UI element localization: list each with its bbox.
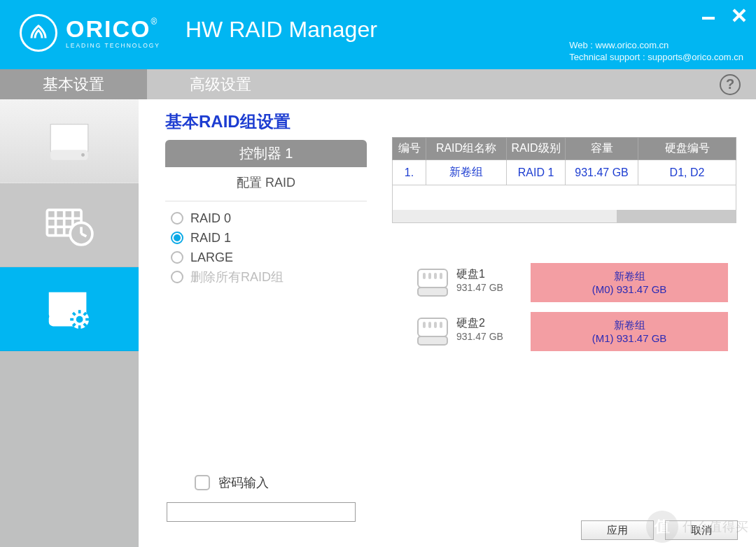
volume-name: 新卷组	[614, 319, 645, 332]
svg-rect-0	[702, 17, 715, 20]
svg-rect-28	[428, 273, 431, 279]
sidebar-item-disk[interactable]	[0, 99, 139, 183]
svg-point-16	[76, 315, 83, 322]
svg-line-21	[73, 313, 75, 315]
radio-icon	[171, 251, 183, 264]
cell-disks: D1, D2	[638, 160, 736, 185]
cell-capacity: 931.47 GB	[566, 160, 638, 185]
col-level: RAID级别	[507, 138, 566, 160]
hdd-icon	[412, 312, 454, 351]
disk-capacity: 931.47 GB	[456, 331, 531, 342]
radio-raid1[interactable]: RAID 1	[171, 228, 367, 248]
disk-list: 硬盘1931.47 GB 新卷组(M0) 931.47 GB 硬盘2931.47…	[412, 263, 728, 351]
tab-basic[interactable]: 基本设置	[0, 69, 147, 99]
app-title: HW RAID Manager	[186, 17, 377, 43]
help-icon[interactable]: ?	[720, 74, 741, 95]
contact-support: Technical support : supports@orico.com.c…	[569, 51, 743, 64]
svg-rect-31	[418, 318, 447, 336]
svg-line-24	[84, 313, 86, 315]
disk-volume[interactable]: 新卷组(M0) 931.47 GB	[531, 263, 728, 302]
controller-subtitle: 配置 RAID	[165, 167, 367, 201]
svg-rect-34	[428, 322, 431, 328]
close-button[interactable]	[729, 6, 749, 25]
brand-reg: ®	[150, 17, 157, 27]
contact-info: Web : www.orico.com.cn Technical support…	[569, 39, 743, 64]
brand-name: ORICO	[66, 15, 150, 42]
svg-rect-29	[434, 273, 437, 279]
col-capacity: 容量	[566, 138, 638, 160]
sidebar-item-raid-config[interactable]	[0, 267, 139, 351]
disk-volume[interactable]: 新卷组(M1) 931.47 GB	[531, 312, 728, 351]
cell-index: 1.	[393, 160, 426, 185]
svg-rect-30	[440, 273, 442, 279]
svg-rect-26	[418, 287, 447, 296]
cancel-button[interactable]: 取消	[665, 520, 738, 540]
disk-name: 硬盘2	[456, 316, 531, 331]
col-index: 编号	[393, 138, 426, 160]
sidebar	[0, 99, 139, 547]
table-header-row: 编号 RAID组名称 RAID级别 容量 硬盘编号	[393, 138, 736, 160]
svg-rect-35	[434, 322, 437, 328]
password-input[interactable]	[167, 502, 356, 522]
col-name: RAID组名称	[426, 138, 507, 160]
brand-logo-icon	[20, 14, 57, 52]
contact-web: Web : www.orico.com.cn	[569, 39, 743, 52]
config-panel: 控制器 1 配置 RAID RAID 0 RAID 1 LARGE 删除所有RA…	[165, 140, 367, 287]
col-disks: 硬盘编号	[638, 138, 736, 160]
password-checkbox[interactable]	[195, 475, 210, 490]
radio-icon	[171, 212, 183, 225]
password-label: 密码输入	[218, 474, 269, 491]
volume-detail: (M0) 931.47 GB	[592, 283, 667, 295]
volume-detail: (M1) 931.47 GB	[592, 332, 667, 344]
main-tabs: 基本设置 高级设置 ?	[0, 69, 756, 99]
content-area: 基本RAID组设置 控制器 1 配置 RAID RAID 0 RAID 1 LA…	[139, 99, 756, 547]
password-row: 密码输入	[195, 474, 269, 491]
svg-rect-32	[418, 336, 447, 345]
disk-card: 硬盘1931.47 GB 新卷组(M0) 931.47 GB	[412, 263, 728, 302]
horizontal-scrollbar[interactable]	[393, 210, 736, 222]
sidebar-item-schedule[interactable]	[0, 183, 139, 267]
svg-rect-25	[418, 269, 447, 287]
radio-icon	[171, 232, 183, 244]
tab-advanced[interactable]: 高级设置	[147, 69, 294, 99]
radio-icon	[171, 271, 183, 283]
hdd-icon	[412, 263, 454, 302]
brand: ORICO® LEADING TECHNOLOGY	[20, 14, 160, 52]
radio-delete-all: 删除所有RAID组	[171, 267, 367, 287]
disk-capacity: 931.47 GB	[456, 282, 531, 293]
radio-raid0[interactable]: RAID 0	[171, 208, 367, 228]
radio-label: RAID 1	[190, 231, 231, 246]
cell-level: RAID 1	[507, 160, 566, 185]
table-row[interactable]: 1. 新卷组 RAID 1 931.47 GB D1, D2	[393, 160, 736, 185]
radio-label: LARGE	[190, 250, 233, 265]
volume-name: 新卷组	[614, 270, 645, 283]
svg-rect-36	[440, 322, 442, 328]
minimize-button[interactable]	[699, 6, 718, 25]
raid-options: RAID 0 RAID 1 LARGE 删除所有RAID组	[165, 201, 367, 287]
svg-point-4	[81, 153, 85, 157]
radio-label: 删除所有RAID组	[190, 269, 284, 285]
svg-rect-33	[423, 322, 426, 328]
raid-table: 编号 RAID组名称 RAID级别 容量 硬盘编号 1. 新卷组 RAID 1 …	[392, 137, 736, 223]
apply-button[interactable]: 应用	[581, 520, 654, 540]
svg-line-23	[73, 323, 75, 325]
disk-card: 硬盘2931.47 GB 新卷组(M1) 931.47 GB	[412, 312, 728, 351]
controller-header: 控制器 1	[165, 140, 367, 167]
disk-name: 硬盘1	[456, 267, 531, 282]
brand-tagline: LEADING TECHNOLOGY	[66, 42, 160, 49]
radio-label: RAID 0	[190, 211, 231, 226]
titlebar: ORICO® LEADING TECHNOLOGY HW RAID Manage…	[0, 0, 756, 69]
svg-line-22	[84, 323, 86, 325]
table-blank-area	[392, 185, 736, 223]
section-title: 基本RAID组设置	[165, 111, 738, 133]
cell-name: 新卷组	[426, 160, 507, 185]
radio-large[interactable]: LARGE	[171, 248, 367, 267]
svg-rect-27	[423, 273, 426, 279]
